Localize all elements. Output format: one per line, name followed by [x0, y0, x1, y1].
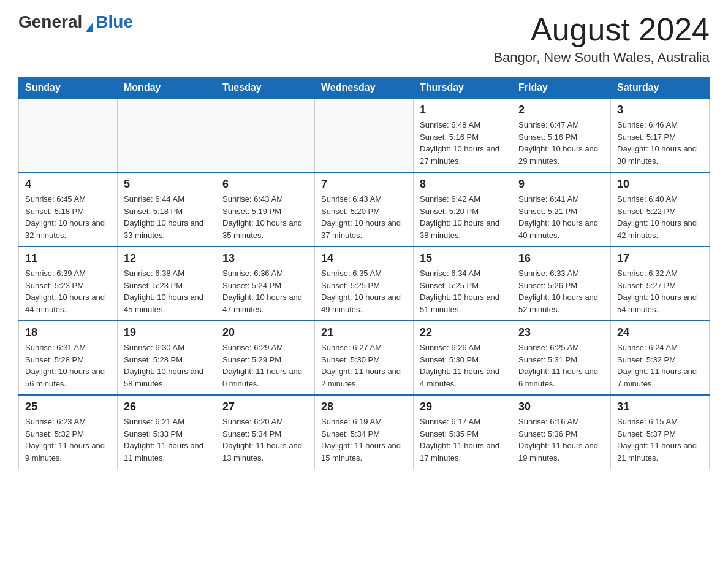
calendar-day-cell: 17Sunrise: 6:32 AMSunset: 5:27 PMDayligh…: [611, 247, 710, 321]
page-header: General Blue August 2024 Bangor, New Sou…: [18, 12, 710, 66]
day-info: Sunrise: 6:33 AMSunset: 5:26 PMDaylight:…: [518, 267, 604, 315]
calendar-week-row: 1Sunrise: 6:48 AMSunset: 5:16 PMDaylight…: [19, 99, 710, 173]
weekday-header-monday: Monday: [118, 77, 216, 99]
calendar-week-row: 4Sunrise: 6:45 AMSunset: 5:18 PMDaylight…: [19, 172, 710, 247]
calendar-day-cell: 23Sunrise: 6:25 AMSunset: 5:31 PMDayligh…: [512, 321, 611, 395]
day-info: Sunrise: 6:17 AMSunset: 5:35 PMDaylight:…: [420, 416, 506, 464]
day-info: Sunrise: 6:36 AMSunset: 5:24 PMDaylight:…: [222, 267, 308, 315]
day-number: 23: [518, 326, 604, 339]
weekday-header-row: SundayMondayTuesdayWednesdayThursdayFrid…: [19, 77, 710, 99]
calendar-day-cell: 31Sunrise: 6:15 AMSunset: 5:37 PMDayligh…: [611, 395, 710, 469]
day-number: 28: [321, 400, 407, 413]
calendar-day-cell: 3Sunrise: 6:46 AMSunset: 5:17 PMDaylight…: [611, 99, 710, 173]
logo: General Blue: [18, 12, 133, 32]
calendar-day-cell: 22Sunrise: 6:26 AMSunset: 5:30 PMDayligh…: [414, 321, 512, 395]
day-number: 26: [124, 400, 210, 413]
calendar-day-cell: 21Sunrise: 6:27 AMSunset: 5:30 PMDayligh…: [315, 321, 414, 395]
day-info: Sunrise: 6:48 AMSunset: 5:16 PMDaylight:…: [420, 119, 506, 167]
day-info: Sunrise: 6:38 AMSunset: 5:23 PMDaylight:…: [124, 267, 210, 315]
calendar-day-cell: 24Sunrise: 6:24 AMSunset: 5:32 PMDayligh…: [611, 321, 710, 395]
calendar-day-cell: 11Sunrise: 6:39 AMSunset: 5:23 PMDayligh…: [19, 247, 118, 321]
day-number: 30: [518, 400, 604, 413]
day-number: 12: [124, 252, 210, 265]
day-info: Sunrise: 6:20 AMSunset: 5:34 PMDaylight:…: [222, 416, 308, 464]
day-number: 14: [321, 252, 407, 265]
calendar-day-cell: 10Sunrise: 6:40 AMSunset: 5:22 PMDayligh…: [611, 172, 710, 247]
day-info: Sunrise: 6:26 AMSunset: 5:30 PMDaylight:…: [420, 342, 506, 389]
day-number: 19: [124, 326, 210, 339]
calendar-day-cell: 2Sunrise: 6:47 AMSunset: 5:16 PMDaylight…: [512, 99, 611, 173]
day-number: 9: [518, 178, 604, 191]
calendar-day-cell: [118, 99, 216, 173]
day-info: Sunrise: 6:34 AMSunset: 5:25 PMDaylight:…: [420, 267, 506, 315]
day-number: 1: [420, 104, 506, 117]
weekday-header-wednesday: Wednesday: [315, 77, 414, 99]
calendar-day-cell: 18Sunrise: 6:31 AMSunset: 5:28 PMDayligh…: [19, 321, 118, 395]
day-number: 8: [420, 178, 506, 191]
day-info: Sunrise: 6:41 AMSunset: 5:21 PMDaylight:…: [518, 193, 604, 241]
calendar-day-cell: 25Sunrise: 6:23 AMSunset: 5:32 PMDayligh…: [19, 395, 118, 469]
day-info: Sunrise: 6:40 AMSunset: 5:22 PMDaylight:…: [617, 193, 703, 241]
day-info: Sunrise: 6:16 AMSunset: 5:36 PMDaylight:…: [518, 416, 604, 464]
day-number: 4: [25, 178, 111, 191]
calendar-day-cell: 16Sunrise: 6:33 AMSunset: 5:26 PMDayligh…: [512, 247, 611, 321]
day-info: Sunrise: 6:32 AMSunset: 5:27 PMDaylight:…: [617, 267, 703, 315]
day-info: Sunrise: 6:15 AMSunset: 5:37 PMDaylight:…: [617, 416, 703, 464]
day-number: 27: [222, 400, 308, 413]
month-title: August 2024: [493, 12, 710, 47]
location-title: Bangor, New South Wales, Australia: [493, 50, 710, 66]
day-number: 3: [617, 104, 703, 117]
title-block: August 2024 Bangor, New South Wales, Aus…: [493, 12, 710, 66]
day-number: 16: [518, 252, 604, 265]
calendar-day-cell: 1Sunrise: 6:48 AMSunset: 5:16 PMDaylight…: [414, 99, 512, 173]
day-number: 21: [321, 326, 407, 339]
day-info: Sunrise: 6:27 AMSunset: 5:30 PMDaylight:…: [321, 342, 407, 389]
day-number: 2: [518, 104, 604, 117]
calendar-day-cell: 30Sunrise: 6:16 AMSunset: 5:36 PMDayligh…: [512, 395, 611, 469]
calendar-day-cell: 29Sunrise: 6:17 AMSunset: 5:35 PMDayligh…: [414, 395, 512, 469]
calendar-day-cell: [216, 99, 315, 173]
weekday-header-saturday: Saturday: [611, 77, 710, 99]
calendar-day-cell: 6Sunrise: 6:43 AMSunset: 5:19 PMDaylight…: [216, 172, 315, 247]
day-info: Sunrise: 6:21 AMSunset: 5:33 PMDaylight:…: [124, 416, 210, 464]
day-number: 31: [617, 400, 703, 413]
weekday-header-sunday: Sunday: [19, 77, 118, 99]
calendar-week-row: 25Sunrise: 6:23 AMSunset: 5:32 PMDayligh…: [19, 395, 710, 469]
day-info: Sunrise: 6:43 AMSunset: 5:20 PMDaylight:…: [321, 193, 407, 241]
calendar-day-cell: 13Sunrise: 6:36 AMSunset: 5:24 PMDayligh…: [216, 247, 315, 321]
day-info: Sunrise: 6:43 AMSunset: 5:19 PMDaylight:…: [222, 193, 308, 241]
day-info: Sunrise: 6:39 AMSunset: 5:23 PMDaylight:…: [25, 267, 111, 315]
day-info: Sunrise: 6:46 AMSunset: 5:17 PMDaylight:…: [617, 119, 703, 167]
calendar-day-cell: 19Sunrise: 6:30 AMSunset: 5:28 PMDayligh…: [118, 321, 216, 395]
day-number: 20: [222, 326, 308, 339]
day-number: 11: [25, 252, 111, 265]
calendar-day-cell: 8Sunrise: 6:42 AMSunset: 5:20 PMDaylight…: [414, 172, 512, 247]
day-info: Sunrise: 6:44 AMSunset: 5:18 PMDaylight:…: [124, 193, 210, 241]
calendar-day-cell: 12Sunrise: 6:38 AMSunset: 5:23 PMDayligh…: [118, 247, 216, 321]
day-info: Sunrise: 6:45 AMSunset: 5:18 PMDaylight:…: [25, 193, 111, 241]
day-info: Sunrise: 6:23 AMSunset: 5:32 PMDaylight:…: [25, 416, 111, 464]
day-number: 15: [420, 252, 506, 265]
calendar-week-row: 18Sunrise: 6:31 AMSunset: 5:28 PMDayligh…: [19, 321, 710, 395]
calendar-day-cell: 20Sunrise: 6:29 AMSunset: 5:29 PMDayligh…: [216, 321, 315, 395]
day-number: 17: [617, 252, 703, 265]
weekday-header-tuesday: Tuesday: [216, 77, 315, 99]
calendar-day-cell: 15Sunrise: 6:34 AMSunset: 5:25 PMDayligh…: [414, 247, 512, 321]
calendar-day-cell: 4Sunrise: 6:45 AMSunset: 5:18 PMDaylight…: [19, 172, 118, 247]
calendar-day-cell: 14Sunrise: 6:35 AMSunset: 5:25 PMDayligh…: [315, 247, 414, 321]
day-number: 13: [222, 252, 308, 265]
calendar-day-cell: 27Sunrise: 6:20 AMSunset: 5:34 PMDayligh…: [216, 395, 315, 469]
calendar-table: SundayMondayTuesdayWednesdayThursdayFrid…: [18, 77, 710, 469]
day-info: Sunrise: 6:31 AMSunset: 5:28 PMDaylight:…: [25, 342, 111, 389]
calendar-day-cell: 9Sunrise: 6:41 AMSunset: 5:21 PMDaylight…: [512, 172, 611, 247]
day-info: Sunrise: 6:30 AMSunset: 5:28 PMDaylight:…: [124, 342, 210, 389]
calendar-day-cell: 7Sunrise: 6:43 AMSunset: 5:20 PMDaylight…: [315, 172, 414, 247]
day-number: 10: [617, 178, 703, 191]
day-info: Sunrise: 6:35 AMSunset: 5:25 PMDaylight:…: [321, 267, 407, 315]
day-info: Sunrise: 6:29 AMSunset: 5:29 PMDaylight:…: [222, 342, 308, 389]
weekday-header-thursday: Thursday: [414, 77, 512, 99]
day-number: 5: [124, 178, 210, 191]
day-number: 25: [25, 400, 111, 413]
calendar-day-cell: 5Sunrise: 6:44 AMSunset: 5:18 PMDaylight…: [118, 172, 216, 247]
day-info: Sunrise: 6:25 AMSunset: 5:31 PMDaylight:…: [518, 342, 604, 389]
